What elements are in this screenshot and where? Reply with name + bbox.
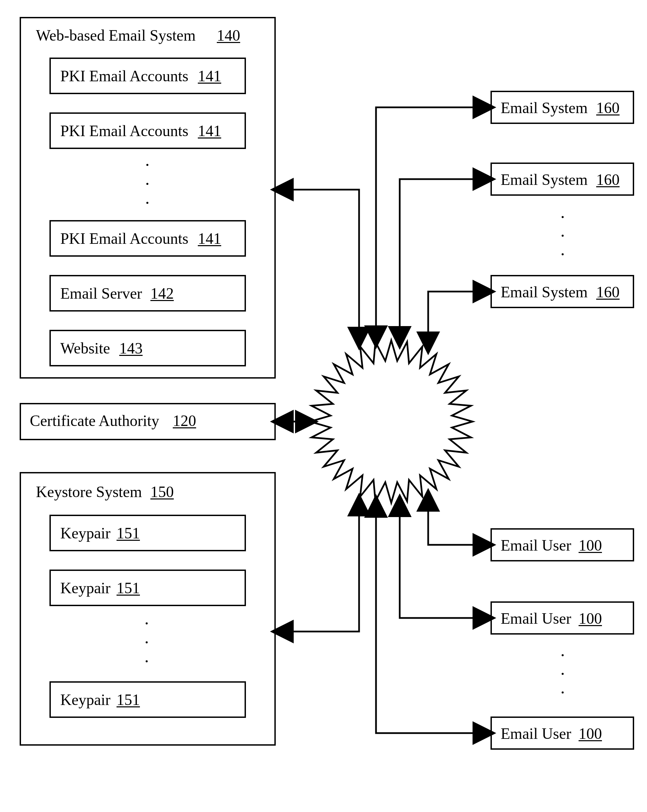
dots bbox=[561, 673, 564, 675]
keypair-label-3: Keypair bbox=[60, 692, 110, 708]
dots bbox=[561, 691, 564, 693]
keystore-title-label: Keystore System bbox=[36, 484, 142, 500]
dots bbox=[561, 216, 564, 218]
dots bbox=[561, 235, 564, 237]
email-user-label-1: Email User bbox=[501, 538, 571, 553]
website-num: 143 bbox=[119, 340, 142, 356]
email-system-label-2: Email System bbox=[501, 172, 588, 188]
email-user-label-3: Email User bbox=[501, 726, 571, 742]
ca-label: Certificate Authority bbox=[30, 413, 159, 429]
dots bbox=[146, 164, 148, 166]
diagram-stage: Web-based Email System 140 PKI Email Acc… bbox=[0, 0, 647, 812]
webmail-title-label: Web-based Email System bbox=[36, 28, 196, 43]
dots bbox=[146, 641, 148, 643]
email-system-num-2: 160 bbox=[596, 172, 619, 188]
email-system-label-1: Email System bbox=[501, 100, 588, 116]
pki-label-2: PKI Email Accounts bbox=[60, 123, 188, 139]
pki-label-1: PKI Email Accounts bbox=[60, 69, 188, 84]
dots bbox=[146, 202, 148, 204]
email-system-label-3: Email System bbox=[501, 284, 588, 300]
email-system-num-1: 160 bbox=[596, 100, 619, 116]
webmail-title-num: 140 bbox=[217, 28, 240, 43]
dots bbox=[146, 623, 148, 624]
email-user-num-3: 100 bbox=[578, 726, 602, 742]
pki-num-3: 141 bbox=[198, 231, 221, 247]
email-user-num-2: 100 bbox=[578, 611, 602, 626]
keypair-label-2: Keypair bbox=[60, 580, 110, 596]
dots bbox=[146, 183, 148, 185]
keypair-label-1: Keypair bbox=[60, 525, 110, 541]
email-user-num-1: 100 bbox=[578, 538, 602, 553]
pki-label-3: PKI Email Accounts bbox=[60, 231, 188, 247]
keypair-num-3: 151 bbox=[116, 692, 140, 708]
pki-num-2: 141 bbox=[198, 123, 221, 139]
email-server-label: Email Server bbox=[60, 286, 142, 301]
keypair-num-2: 151 bbox=[116, 580, 140, 596]
network-label: Computer Network bbox=[356, 400, 427, 434]
keystore-title-num: 150 bbox=[150, 484, 174, 500]
network-num: 130 bbox=[379, 439, 403, 455]
dots bbox=[561, 654, 564, 656]
pki-num-1: 141 bbox=[198, 69, 221, 84]
email-system-num-3: 160 bbox=[596, 284, 619, 300]
email-server-num: 142 bbox=[150, 286, 174, 301]
ca-num: 120 bbox=[173, 413, 196, 429]
keypair-num-1: 151 bbox=[116, 525, 140, 541]
dots bbox=[146, 660, 148, 662]
website-label: Website bbox=[60, 340, 110, 356]
dots bbox=[561, 253, 564, 255]
email-user-label-2: Email User bbox=[501, 611, 571, 626]
